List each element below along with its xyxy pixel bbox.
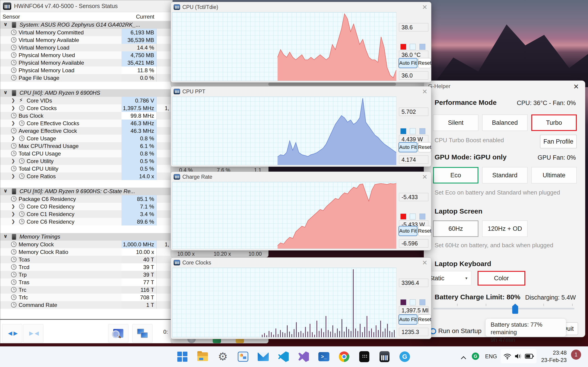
sensor-row[interactable]: Physical Memory Used4,750 MB [0,51,173,59]
column-header-current[interactable]: Current [121,14,154,20]
sensor-row[interactable]: Trc116 T [0,286,173,294]
settings-button[interactable]: ⚙ [216,350,229,363]
close-icon[interactable]: ✕ [422,259,427,267]
series-color-swatch[interactable] [400,44,406,50]
perf-turbo-button[interactable]: Turbo [531,115,577,131]
tray-quick-settings[interactable] [501,349,536,363]
graph-titlebar[interactable]: CPU (Tctl/Tdie) ✕ [171,2,431,12]
sensor-row[interactable]: ❯Core Ratios14.0 x [0,173,173,180]
sensor-row[interactable]: Package C6 Residency85.1 % [0,195,173,203]
sensor-row[interactable]: Tcas40 T [0,256,173,263]
chevron-down-icon[interactable]: ∨ [3,90,8,95]
remote-monitor-button[interactable] [132,324,153,342]
sensor-row[interactable]: Memory Clock Ratio10.00 x [0,248,173,256]
sensor-row[interactable]: ❯Core C1 Residency3.4 % [0,210,173,218]
powershell-button[interactable]: >_ [317,350,330,363]
bg-color-swatch[interactable] [410,214,416,219]
chevron-right-icon[interactable]: ❯ [11,219,15,224]
ghelper-taskbar-button[interactable]: G [398,350,411,363]
system-monitor-button[interactable] [237,350,250,363]
grid-color-swatch[interactable] [419,44,425,50]
scrollbar-thumb[interactable] [268,83,396,86]
bg-color-swatch[interactable] [410,44,416,50]
reset-button[interactable]: Reset [418,58,431,68]
battery-limit-slider-track[interactable] [433,308,574,309]
sensor-row[interactable]: Total CPU Utility0.5 % [0,165,173,173]
gpu-eco-button[interactable]: Eco [433,167,478,184]
fan-profile-button[interactable]: Fan Profile [540,135,577,148]
start-button[interactable] [176,350,189,363]
sensor-row[interactable]: ❯Core Usage0.8 % [0,135,173,142]
sensor-row[interactable]: Physical Memory Available35,421 MB [0,59,173,67]
chevron-right-icon[interactable]: ❯ [11,203,15,209]
battery-limit-slider-thumb[interactable] [512,304,518,314]
close-icon[interactable]: ✕ [422,3,427,11]
reset-button[interactable]: Reset [418,226,431,236]
close-icon[interactable]: ✕ [422,88,427,95]
sensor-row[interactable]: ❯Core C6 Residency89.6 % [0,218,173,225]
hwinfo-taskbar-button[interactable] [378,350,391,363]
auto-fit-button[interactable]: Auto Fit [398,226,417,236]
expand-columns-button[interactable]: ◄► [2,324,22,342]
sensor-row[interactable]: Tras77 T [0,278,173,286]
sensor-row[interactable]: ❯Core C0 Residency7.1 % [0,203,173,210]
sensor-row[interactable]: Memory Clock1,000.0 MHz1, [0,241,173,248]
bg-color-swatch[interactable] [410,128,416,134]
sensor-row[interactable]: Trp39 T [0,271,173,278]
chevron-right-icon[interactable]: ❯ [11,120,15,126]
graph-titlebar[interactable]: CPU PPT ✕ [171,86,431,97]
grid-color-swatch[interactable] [419,214,425,219]
auto-fit-button[interactable]: Auto Fit [398,142,417,152]
language-indicator[interactable]: ENG [485,353,497,360]
graph-titlebar[interactable]: Core Clocks ✕ [171,258,431,268]
screen-60hz-button[interactable]: 60Hz [433,220,478,237]
close-icon[interactable]: ✕ [422,173,427,181]
sensor-row[interactable]: Physical Memory Load11.8 % [0,67,173,74]
gpu-ultimate-button[interactable]: Ultimate [531,167,577,184]
remote-app-button[interactable] [358,350,371,363]
sensor-row[interactable]: Average Effective Clock46.3 MHz [0,127,173,135]
bg-color-swatch[interactable] [410,299,416,305]
sensor-row[interactable]: Virtual Memory Available36,539 MB [0,36,173,44]
chrome-button[interactable] [338,350,351,363]
chevron-down-icon[interactable]: ∨ [3,233,8,239]
auto-fit-button[interactable]: Auto Fit [398,58,417,68]
chevron-down-icon[interactable]: ∨ [3,188,8,194]
grid-color-swatch[interactable] [419,299,425,305]
gpu-standard-button[interactable]: Standard [482,167,527,184]
sensor-row[interactable]: Bus Clock99.8 MHz [0,112,173,119]
perf-silent-button[interactable]: Silent [433,115,478,131]
mail-button[interactable] [257,350,270,363]
hwinfo-titlebar[interactable]: HWiNFO64 v7.40-5000 - Sensors Status [0,0,173,12]
series-color-swatch[interactable] [400,299,406,305]
sensor-row[interactable]: Total CPU Usage0.8 % [0,150,173,157]
chevron-right-icon[interactable]: ❯ [11,135,15,141]
perf-balanced-button[interactable]: Balanced [482,115,527,131]
screen-zoom-button[interactable] [108,324,128,342]
sensor-row[interactable]: ❯Core Clocks1,397.5 MHz1, [0,104,173,112]
chevron-right-icon[interactable]: ❯ [11,98,15,103]
sensor-row[interactable]: ❯Core Effective Clocks46.3 MHz [0,119,173,127]
chevron-right-icon[interactable]: ❯ [11,158,15,164]
sensor-row[interactable]: Page File Usage0.0 % [0,74,173,82]
chevron-down-icon[interactable]: ∨ [3,21,8,27]
sensor-row[interactable]: Command Rate1 T [0,301,173,309]
sensor-row[interactable]: Virtual Memory Load14.4 % [0,44,173,51]
reset-button[interactable]: Reset [418,315,431,325]
close-icon[interactable]: ✕ [573,83,579,91]
sensor-row[interactable]: Virtual Memory Committed6,193 MB [0,29,173,36]
series-color-swatch[interactable] [400,128,406,134]
column-header-sensor[interactable]: Sensor [2,14,20,20]
keyboard-color-button[interactable]: Color [477,271,525,286]
clock[interactable]: 23:48 23-Feb-23 [541,349,567,364]
sensor-row[interactable]: ❯Core Utility0.5 % [0,157,173,165]
grid-color-swatch[interactable] [419,128,425,134]
sensor-row[interactable]: Trfc708 T [0,294,173,301]
file-explorer-button[interactable] [196,350,209,363]
auto-fit-button[interactable]: Auto Fit [398,315,417,325]
visual-studio-button[interactable] [297,350,310,363]
series-color-swatch[interactable] [400,214,406,219]
collapse-columns-button[interactable]: ►◄ [23,324,43,342]
vscode-button[interactable] [277,350,290,363]
chevron-right-icon[interactable]: ❯ [11,173,15,179]
